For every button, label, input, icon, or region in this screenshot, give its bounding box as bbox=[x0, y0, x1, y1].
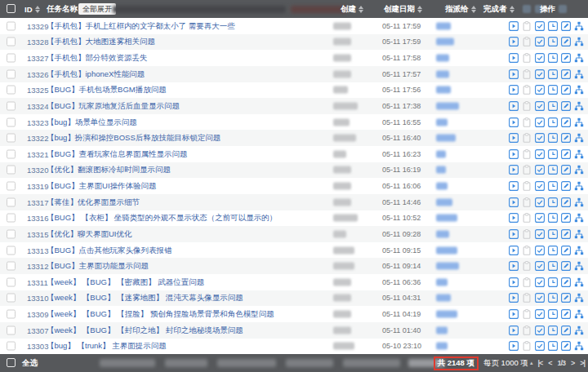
check-square-icon[interactable] bbox=[535, 326, 545, 335]
play-icon[interactable] bbox=[509, 69, 519, 79]
clipboard-icon[interactable] bbox=[522, 53, 532, 63]
sitemap-icon[interactable] bbox=[574, 37, 584, 46]
edit-icon[interactable] bbox=[561, 85, 571, 95]
clipboard-icon[interactable] bbox=[522, 85, 532, 95]
check-square-icon[interactable] bbox=[535, 261, 545, 271]
edit-icon[interactable] bbox=[561, 326, 571, 335]
edit-icon[interactable] bbox=[561, 197, 571, 207]
play-icon[interactable] bbox=[509, 101, 519, 111]
play-icon[interactable] bbox=[509, 149, 519, 159]
play-icon[interactable] bbox=[509, 37, 519, 46]
sitemap-icon[interactable] bbox=[574, 229, 584, 239]
check-square-icon[interactable] bbox=[535, 309, 545, 319]
row-checkbox[interactable] bbox=[7, 149, 16, 158]
select-all-checkbox-footer[interactable] bbox=[7, 358, 16, 367]
play-icon[interactable] bbox=[509, 246, 519, 255]
play-icon[interactable] bbox=[509, 326, 519, 335]
play-icon[interactable] bbox=[509, 85, 519, 95]
sitemap-icon[interactable] bbox=[574, 261, 584, 271]
play-icon[interactable] bbox=[509, 133, 519, 143]
clock-icon[interactable] bbox=[548, 101, 558, 111]
clipboard-icon[interactable] bbox=[522, 117, 532, 127]
clipboard-icon[interactable] bbox=[522, 149, 532, 159]
clipboard-icon[interactable] bbox=[522, 181, 532, 191]
edit-icon[interactable] bbox=[561, 133, 571, 143]
clipboard-icon[interactable] bbox=[522, 37, 532, 46]
check-square-icon[interactable] bbox=[535, 213, 545, 223]
play-icon[interactable] bbox=[509, 165, 519, 175]
row-checkbox[interactable] bbox=[7, 262, 16, 271]
task-title-link[interactable]: 【BUG】主界面功能显示问题 bbox=[47, 261, 149, 272]
select-all-checkbox[interactable] bbox=[7, 4, 16, 13]
row-checkbox[interactable] bbox=[7, 38, 16, 46]
edit-icon[interactable] bbox=[561, 341, 571, 351]
row-checkbox[interactable] bbox=[7, 197, 16, 206]
clock-icon[interactable] bbox=[548, 165, 558, 175]
edit-icon[interactable] bbox=[561, 213, 571, 223]
check-square-icon[interactable] bbox=[535, 293, 545, 303]
clock-icon[interactable] bbox=[548, 213, 558, 223]
edit-icon[interactable] bbox=[561, 309, 571, 319]
row-checkbox[interactable] bbox=[7, 101, 16, 110]
row-checkbox[interactable] bbox=[7, 277, 16, 286]
sitemap-icon[interactable] bbox=[574, 246, 584, 255]
sort-icon[interactable] bbox=[359, 6, 364, 13]
clock-icon[interactable] bbox=[548, 53, 558, 63]
sitemap-icon[interactable] bbox=[574, 213, 584, 223]
sort-icon[interactable] bbox=[471, 6, 477, 13]
sitemap-icon[interactable] bbox=[574, 181, 584, 191]
edit-icon[interactable] bbox=[561, 37, 571, 46]
edit-icon[interactable] bbox=[561, 69, 571, 79]
row-checkbox[interactable] bbox=[7, 134, 16, 143]
play-icon[interactable] bbox=[509, 197, 519, 207]
play-icon[interactable] bbox=[509, 181, 519, 191]
clock-icon[interactable] bbox=[548, 229, 558, 239]
clipboard-icon[interactable] bbox=[522, 197, 532, 207]
clipboard-icon[interactable] bbox=[522, 101, 532, 111]
row-checkbox[interactable] bbox=[7, 166, 16, 175]
play-icon[interactable] bbox=[509, 293, 519, 303]
row-checkbox[interactable] bbox=[7, 310, 16, 319]
play-icon[interactable] bbox=[509, 213, 519, 223]
edit-icon[interactable] bbox=[561, 117, 571, 127]
sort-icon[interactable] bbox=[35, 6, 41, 13]
row-checkbox[interactable] bbox=[7, 246, 16, 255]
play-icon[interactable] bbox=[509, 277, 519, 287]
row-checkbox[interactable] bbox=[7, 54, 16, 63]
task-title-link[interactable]: 【蒋佳】优化界面显示细节 bbox=[47, 197, 140, 207]
task-title-link[interactable]: 【BUG】主界面UI操作体验问题 bbox=[47, 181, 157, 192]
sitemap-icon[interactable] bbox=[574, 149, 584, 159]
edit-icon[interactable] bbox=[561, 229, 571, 239]
sitemap-icon[interactable] bbox=[574, 85, 584, 95]
task-title-link[interactable]: 【手机包】iphoneX性能问题 bbox=[47, 69, 145, 79]
sort-icon[interactable] bbox=[417, 6, 423, 13]
sort-icon[interactable] bbox=[510, 6, 515, 13]
clipboard-icon[interactable] bbox=[522, 21, 532, 31]
task-title-link[interactable]: 【week】 【BUG】 【密藏图】 武器位置问题 bbox=[47, 277, 204, 287]
clipboard-icon[interactable] bbox=[522, 229, 532, 239]
task-title-link[interactable]: 【手机包】大地图迷雾相关问题 bbox=[47, 37, 155, 47]
sitemap-icon[interactable] bbox=[574, 341, 584, 351]
sitemap-icon[interactable] bbox=[574, 69, 584, 79]
task-title-link[interactable]: 【week】 【BUG】 【捏脸】 预创角捏脸场景背景和角色模型问题 bbox=[47, 309, 274, 320]
task-title-link[interactable]: 【优化】翻滚图标冷却时间显示问题 bbox=[47, 165, 171, 175]
edit-icon[interactable] bbox=[561, 165, 571, 175]
task-title-link[interactable]: 【bug】场景单位显示问题 bbox=[47, 117, 137, 127]
clipboard-icon[interactable] bbox=[522, 341, 532, 351]
per-page-select[interactable]: 每页 1000 项▴ bbox=[483, 358, 532, 369]
column-header-assigned-to[interactable]: 指派给 bbox=[445, 0, 477, 18]
sitemap-icon[interactable] bbox=[574, 133, 584, 143]
clipboard-icon[interactable] bbox=[522, 133, 532, 143]
column-header-id[interactable]: ID bbox=[24, 0, 41, 18]
edit-icon[interactable] bbox=[561, 277, 571, 287]
check-square-icon[interactable] bbox=[535, 37, 545, 46]
sitemap-icon[interactable] bbox=[574, 197, 584, 207]
check-square-icon[interactable] bbox=[535, 197, 545, 207]
clock-icon[interactable] bbox=[548, 197, 558, 207]
clock-icon[interactable] bbox=[548, 85, 558, 95]
clock-icon[interactable] bbox=[548, 117, 558, 127]
row-checkbox[interactable] bbox=[7, 69, 16, 78]
sitemap-icon[interactable] bbox=[574, 326, 584, 335]
sitemap-icon[interactable] bbox=[574, 165, 584, 175]
clipboard-icon[interactable] bbox=[522, 326, 532, 335]
